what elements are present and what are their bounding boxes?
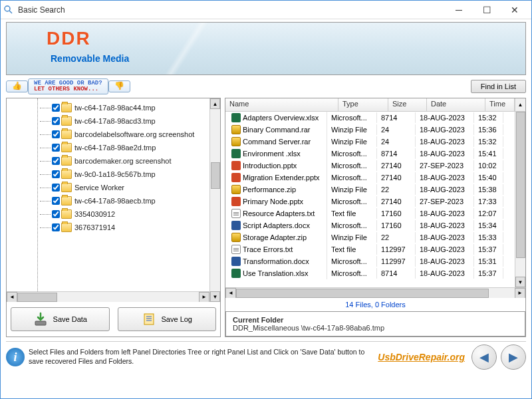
tree-item[interactable]: 3354030912 xyxy=(8,207,208,221)
back-button[interactable]: ◀ xyxy=(471,344,497,370)
scroll-down-icon[interactable]: ▼ xyxy=(210,291,220,302)
file-size: 22 xyxy=(377,184,416,195)
zip-icon xyxy=(231,185,241,194)
col-name[interactable]: Name xyxy=(225,98,338,111)
col-size[interactable]: Size xyxy=(388,98,427,111)
list-row[interactable]: Trace Errors.txt Text file 112997 18-AUG… xyxy=(225,243,515,255)
file-name: Environment .xlsx xyxy=(243,150,301,158)
tree-label: tw-c64-17a8-98acd3.tmp xyxy=(74,117,156,125)
tree-area[interactable]: tw-c64-17a8-98ac44.tmptw-c64-17a8-98acd3… xyxy=(7,98,209,291)
save-log-button[interactable]: Save Log xyxy=(118,307,217,331)
tree-checkbox[interactable] xyxy=(52,170,60,178)
tree-label: barcodemaker.org screenshot xyxy=(74,157,172,165)
tree-checkbox[interactable] xyxy=(52,104,60,112)
tree-item[interactable]: barcodemaker.org screenshot xyxy=(8,154,208,168)
scroll-down-icon[interactable]: ▼ xyxy=(515,277,525,287)
brand-subtitle: Removable Media xyxy=(51,53,129,64)
tree-item[interactable]: 3676371914 xyxy=(8,221,208,234)
list-row[interactable]: Migration Extender.pptx Microsoft... 271… xyxy=(225,172,515,184)
col-time[interactable]: Time xyxy=(485,98,515,111)
tree-label: tw-9c0-1a18-9c567b.tmp xyxy=(74,170,156,178)
list-row[interactable]: Primary Node.pptx Microsoft... 27140 27-… xyxy=(225,196,515,207)
scroll-up-icon[interactable]: ▲ xyxy=(210,98,220,109)
feedback-badge[interactable]: 👍 xyxy=(6,80,28,92)
file-name: Script Adapters.docx xyxy=(243,221,310,229)
scroll-up-icon[interactable]: ▲ xyxy=(515,98,525,111)
file-time: 15:38 xyxy=(474,184,503,195)
tree-checkbox[interactable] xyxy=(52,144,60,152)
tree-label: Service Worker xyxy=(74,184,124,192)
file-size: 17160 xyxy=(377,208,416,219)
brand-link[interactable]: UsbDriveRepair.org xyxy=(378,352,465,362)
scroll-thumb[interactable] xyxy=(211,162,220,189)
file-name: Command Server.rar xyxy=(243,138,311,146)
file-size: 27140 xyxy=(377,196,416,207)
feedback-badge-text[interactable]: WE ARE GOOD OR BAD? LET OTHERS KNOW... xyxy=(28,78,108,94)
tree-checkbox[interactable] xyxy=(52,184,60,192)
info-icon: i xyxy=(6,348,25,366)
tree-item[interactable]: tw-9c0-1a18-9c567b.tmp xyxy=(8,168,208,181)
list-row[interactable]: Command Server.rar Winzip File 24 18-AUG… xyxy=(225,136,515,148)
feedback-badge-down[interactable]: 👎 xyxy=(108,80,130,92)
tree-checkbox[interactable] xyxy=(52,117,60,125)
file-size: 17160 xyxy=(377,220,416,231)
list-hscroll[interactable]: ◄ ► xyxy=(225,287,525,298)
tree-item[interactable]: barcodelabelsoftware.org screenshot xyxy=(8,128,208,141)
tree-checkbox[interactable] xyxy=(52,197,60,205)
tree-checkbox[interactable] xyxy=(52,210,60,218)
file-list[interactable]: Adapters Overview.xlsx Microsoft... 8714… xyxy=(225,112,515,287)
list-row[interactable]: Script Adapters.docx Microsoft... 17160 … xyxy=(225,219,515,231)
tree-label: 3354030912 xyxy=(74,210,115,218)
tree-checkbox[interactable] xyxy=(52,223,60,231)
col-type[interactable]: Type xyxy=(338,98,388,111)
file-type: Winzip File xyxy=(327,136,377,147)
file-size: 8714 xyxy=(377,268,416,279)
tree-item[interactable]: Service Worker xyxy=(8,181,208,194)
scroll-right-icon[interactable]: ► xyxy=(199,292,209,303)
tree-checkbox[interactable] xyxy=(52,130,60,138)
find-in-list-button[interactable]: Find in List xyxy=(471,80,526,93)
file-date: 18-AUG-2023 xyxy=(416,256,474,267)
file-time: 15:41 xyxy=(474,148,503,159)
tree-item[interactable]: tw-c64-17a8-98ae2d.tmp xyxy=(8,141,208,154)
scroll-thumb[interactable] xyxy=(236,289,489,298)
list-row[interactable]: Transformation.docx Microsoft... 112997 … xyxy=(225,255,515,267)
tree-item[interactable]: tw-c64-17a8-98ac44.tmp xyxy=(8,101,208,114)
list-row[interactable]: Environment .xlsx Microsoft... 8714 18-A… xyxy=(225,148,515,160)
tree-hscroll[interactable]: ◄ ► xyxy=(7,291,209,302)
file-type: Microsoft... xyxy=(327,148,377,159)
save-data-button[interactable]: Save Data xyxy=(11,307,110,331)
list-row[interactable]: Binary Command.rar Winzip File 24 18-AUG… xyxy=(225,124,515,136)
scroll-thumb[interactable] xyxy=(516,112,525,258)
tree-vscroll[interactable]: ▲ ▼ xyxy=(209,98,220,302)
list-row[interactable]: Use Translation.xlsx Microsoft... 8714 1… xyxy=(225,267,515,279)
thumb-up-icon: 👍 xyxy=(12,82,22,90)
list-row[interactable]: Storage Adapter.zip Winzip File 22 18-AU… xyxy=(225,231,515,243)
tree-label: tw-c64-17a8-98aecb.tmp xyxy=(74,197,156,205)
list-row[interactable]: Resource Adapters.txt Text file 17160 18… xyxy=(225,207,515,219)
tree-item[interactable]: tw-c64-17a8-98acd3.tmp xyxy=(8,114,208,128)
scroll-left-icon[interactable]: ◄ xyxy=(7,292,17,303)
tree-label: tw-c64-17a8-98ae2d.tmp xyxy=(74,144,156,152)
col-date[interactable]: Date xyxy=(427,98,485,111)
close-button[interactable]: ✕ xyxy=(501,1,529,19)
file-name: Resource Adapters.txt xyxy=(243,209,315,217)
scroll-left-icon[interactable]: ◄ xyxy=(225,288,236,299)
tree-item[interactable]: tw-c64-17a8-98aecb.tmp xyxy=(8,194,208,207)
list-row[interactable]: Performance.zip Winzip File 22 18-AUG-20… xyxy=(225,184,515,196)
list-row[interactable]: Introduction.pptx Microsoft... 27140 27-… xyxy=(225,160,515,172)
window-title: Basic Search xyxy=(18,5,445,15)
file-size: 24 xyxy=(377,136,416,147)
list-row[interactable]: Adapters Overview.xlsx Microsoft... 8714… xyxy=(225,112,515,124)
maximize-button[interactable]: ☐ xyxy=(473,1,501,19)
file-date: 27-SEP-2023 xyxy=(416,196,474,207)
scroll-right-icon[interactable]: ► xyxy=(515,288,525,299)
tree-checkbox[interactable] xyxy=(52,157,60,165)
titlebar: Basic Search ─ ☐ ✕ xyxy=(1,1,531,19)
forward-button[interactable]: ▶ xyxy=(501,344,526,370)
file-date: 18-AUG-2023 xyxy=(416,232,474,243)
list-vscroll[interactable]: ▼ xyxy=(515,112,525,287)
scroll-thumb[interactable] xyxy=(17,293,57,302)
file-date: 18-AUG-2023 xyxy=(416,184,474,195)
minimize-button[interactable]: ─ xyxy=(445,1,473,19)
